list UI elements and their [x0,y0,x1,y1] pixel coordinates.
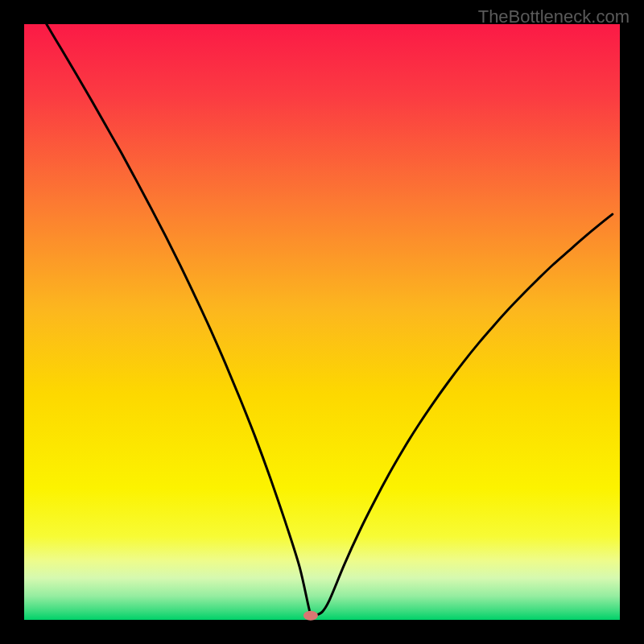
optimal-point-marker [303,611,318,621]
watermark-text: TheBottleneck.com [478,6,630,27]
gradient-background [24,24,620,620]
bottleneck-chart [0,0,644,644]
